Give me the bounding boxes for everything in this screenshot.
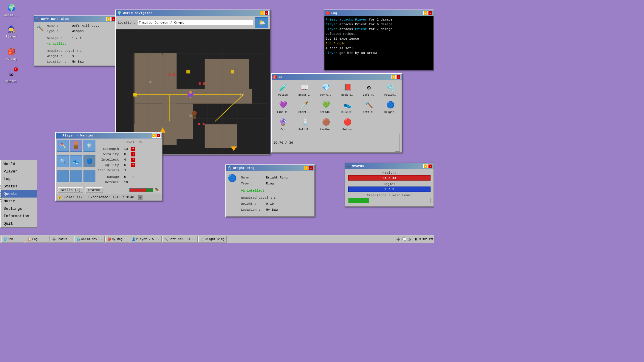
equip-slot-3[interactable]: 🛡️: [83, 140, 95, 152]
deft-nail-title: Deft Nail Club: [41, 17, 69, 21]
bag-item-7[interactable]: 🗡️ Short S...: [294, 98, 315, 114]
bag-item-label-4: Deft Ri...: [363, 94, 375, 97]
bag-item-9[interactable]: 👟 Blue Bo...: [337, 98, 357, 114]
bag-item-6[interactable]: 💜 Limp R...: [273, 98, 293, 114]
log-entry-2: Player attacks Priest for 6 damage: [326, 22, 432, 27]
player-titlebar: 👤 Player - Warrior ▼ ✕: [56, 133, 162, 139]
taskbar-mybag-btn[interactable]: 🎒 My Bag: [105, 236, 129, 243]
my-bag-close-btn[interactable]: ✕: [396, 75, 400, 79]
skills-btn[interactable]: Skills (2): [58, 187, 83, 193]
taskbar-deft-btn[interactable]: 🔨 Deft Nail Cl...: [162, 236, 198, 243]
my-bag-minimize-btn[interactable]: ▼: [391, 75, 396, 79]
bag-item-0[interactable]: 🧪 Potion: [273, 81, 293, 97]
menu-item-player[interactable]: Player: [1, 168, 37, 175]
equip-slot-7[interactable]: [57, 170, 69, 182]
taskbar-status-btn[interactable]: ➕ Status: [50, 236, 74, 243]
desktop-icon-quests[interactable]: ✉️ 2 Quests: [2, 69, 20, 83]
log-minimize-btn[interactable]: ▼: [423, 11, 428, 15]
status-btn[interactable]: Status: [86, 187, 103, 193]
svg-rect-46: [203, 123, 205, 125]
equip-slot-4[interactable]: 🔍: [57, 155, 69, 167]
bag-item-11[interactable]: 🔵 Bright R...: [380, 98, 400, 114]
menu-item-world[interactable]: World: [1, 160, 37, 168]
my-bag-window: 🎒 ag ▼ ✕ 🧪 Potion 📖 Beast E... 💎 Way C..…: [271, 73, 402, 153]
menu-item-settings[interactable]: Settings: [1, 205, 37, 212]
desktop-icon-player[interactable]: 🧙 Player: [2, 24, 20, 38]
bag-item-label-6: Limp R...: [277, 111, 289, 114]
equip-slot-2[interactable]: [70, 140, 82, 152]
xp-label: Experience:: [89, 195, 110, 199]
vitality-label: Vitality :: [97, 152, 123, 157]
equip-slot-5[interactable]: 👟: [70, 155, 82, 167]
svg-rect-3: [205, 59, 249, 95]
bag-item-8[interactable]: 💚 Antido...: [316, 98, 336, 114]
world-nav-minimize-btn[interactable]: ▼: [260, 11, 264, 15]
bag-item-icon-1: 📖: [298, 82, 310, 94]
ring-type-value: Ring: [266, 181, 274, 187]
health-label: Health:: [348, 171, 431, 175]
player-close-btn[interactable]: ✕: [157, 133, 161, 138]
bag-item-4[interactable]: ⚙️ Deft Ri...: [359, 81, 379, 97]
menu-item-log[interactable]: Log: [1, 175, 37, 183]
intellect-label: Intellect :: [97, 157, 123, 162]
equip-slot-8[interactable]: [70, 170, 82, 182]
menu-item-information[interactable]: Information: [1, 212, 37, 220]
deft-type-value: Weapon: [72, 29, 84, 34]
player-minimize-btn[interactable]: ▼: [152, 133, 156, 138]
status-minimize-btn[interactable]: ▼: [423, 164, 428, 168]
bright-ring-titlebar: 💍 Bright Ring ▼ ✕: [226, 165, 314, 171]
taskbar-worldnav-btn[interactable]: 🌍 World Nav...: [75, 236, 105, 243]
svg-rect-45: [198, 123, 200, 125]
deft-nail-minimize-btn[interactable]: ▼: [106, 17, 111, 21]
player-window: 👤 Player - Warrior ▼ ✕ 🪓 🛡️ 🔍 👟 🔵: [55, 132, 162, 201]
log-content: Priest attacks Player for 2 damage Playe…: [324, 16, 434, 70]
world-nav-close-btn[interactable]: ✕: [264, 11, 269, 15]
ring-bonus: +2 intellect: [241, 188, 288, 194]
location-input[interactable]: [137, 20, 253, 25]
map-thumbnail: 🌤️: [255, 17, 268, 28]
bag-item-14[interactable]: 🟤 Leathe...: [316, 116, 336, 132]
status-close-btn[interactable]: ✕: [428, 164, 432, 168]
menu-item-quit[interactable]: Quit: [1, 220, 37, 227]
agility-plus-btn[interactable]: +: [131, 163, 135, 167]
bag-item-13[interactable]: 🍶 Full Po...: [294, 116, 315, 132]
bright-ring-close-btn[interactable]: ✕: [309, 166, 313, 170]
menu-item-music[interactable]: Music: [1, 198, 37, 205]
desktop-icon-mybag[interactable]: 🎒 My Bag: [2, 46, 20, 61]
location-label: Location:: [118, 21, 135, 24]
menu-item-quests[interactable]: Quests: [1, 190, 37, 198]
taskbar-player-btn[interactable]: 👤 Player - W...: [130, 236, 162, 243]
equip-slot-1[interactable]: 🪓: [57, 140, 69, 152]
bag-item-10[interactable]: 🔨 Deft Na...: [359, 98, 379, 114]
magic-value: 9 / 9: [384, 187, 394, 191]
xp-expand-btn[interactable]: +: [138, 195, 143, 200]
vitality-plus-btn[interactable]: +: [131, 152, 135, 156]
taskbar-brightring-btn[interactable]: 💍 Bright Ring: [198, 236, 227, 243]
strength-value: 13: [124, 146, 130, 152]
bag-item-15[interactable]: 🔴 Potion: [337, 116, 357, 132]
log-close-btn[interactable]: ✕: [428, 11, 432, 15]
player-footer: 💰 Gold: 112 Experience: 1048 / 1540 +: [56, 194, 162, 201]
defence-value: 18: [124, 180, 130, 185]
equip-slot-9[interactable]: [83, 170, 95, 182]
bag-item-12[interactable]: 🔮 Orb: [273, 116, 293, 132]
player-stats: Level : 6 Strength : 13 + Vitality : 8 +…: [97, 140, 161, 185]
bag-footer: 29,70 / 30: [272, 133, 402, 152]
bag-item-1[interactable]: 📖 Beast E...: [294, 81, 315, 97]
bag-scrollbar[interactable]: [395, 134, 400, 152]
menu-item-status[interactable]: Status: [1, 183, 37, 190]
taskbar-log-btn[interactable]: 📋 Log: [26, 236, 49, 243]
bag-item-icon-11: 🔵: [384, 99, 396, 111]
bag-item-2[interactable]: 💎 Way C...: [316, 81, 336, 97]
bright-ring-minimize-btn[interactable]: ▼: [304, 166, 308, 170]
taskbar-com-btn[interactable]: 🌐 Com: [1, 236, 25, 243]
bag-item-3[interactable]: 📕 Book o...: [337, 81, 357, 97]
desktop-icon-world[interactable]: 🌍 World...: [2, 2, 20, 17]
strength-plus-btn[interactable]: +: [131, 147, 135, 151]
deft-nail-close-btn[interactable]: ✕: [111, 17, 115, 21]
bright-ring-window: 💍 Bright Ring ▼ ✕ 🔵 Name : Bright Ring T…: [225, 164, 315, 217]
intellect-plus-btn[interactable]: +: [131, 158, 135, 162]
bag-item-5[interactable]: 🫧 Potion...: [380, 81, 400, 97]
equip-slot-6[interactable]: 🔵: [83, 155, 95, 167]
deft-nail-stats: Name : Deft Nail C... Type : Weapon Dama…: [47, 23, 115, 64]
